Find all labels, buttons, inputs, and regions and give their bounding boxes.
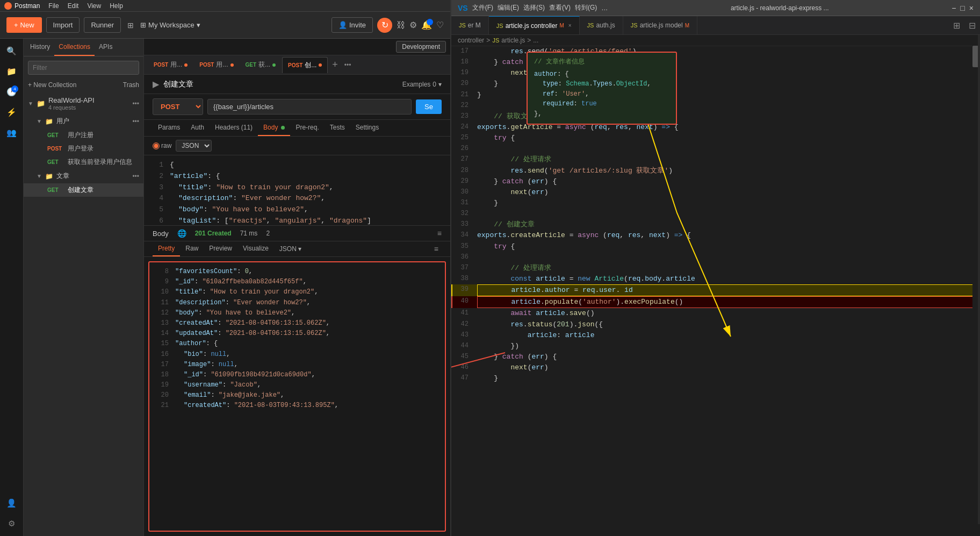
collection-more-icon[interactable]: ••• [132, 100, 139, 108]
postman-logo-text: Postman [4, 2, 40, 10]
history-icon-btn[interactable]: 🕐 4 [3, 84, 20, 100]
notification-icon[interactable]: 🔔 [421, 20, 432, 30]
vscode-tab-auth[interactable]: JS auth.js [580, 16, 623, 34]
layout-icon[interactable]: ⊟ [964, 20, 980, 31]
tab-0[interactable]: POST 用... [148, 57, 193, 73]
req-tab-headers[interactable]: Headers (11) [210, 120, 258, 136]
folder-users-label: 用户 [56, 117, 69, 126]
vscode-title-text: article.js - realworld-api-express ... [612, 4, 947, 12]
tab-close-icon[interactable]: × [568, 23, 572, 28]
minimize-icon[interactable]: − [952, 4, 956, 12]
new-collection-btn[interactable]: + New Collection [28, 81, 76, 89]
menu-view[interactable]: View [87, 2, 101, 10]
resp-tab-pretty[interactable]: Pretty [153, 241, 180, 256]
request-item[interactable]: GET 用户注册 [24, 128, 143, 142]
raw-radio[interactable]: raw [153, 142, 171, 149]
maximize-icon[interactable]: □ [960, 4, 964, 12]
url-bar: POST GET PUT DELETE Se [144, 94, 450, 120]
req-tab-body[interactable]: Body [258, 120, 290, 136]
request-item[interactable]: GET 获取当前登录用户信息 [24, 155, 143, 169]
tab-add-btn[interactable]: + [329, 59, 341, 70]
vscode-menu-more[interactable]: … [601, 4, 608, 12]
folder-articles[interactable]: ▼ 📁 文章 ••• [24, 169, 143, 183]
menu-help[interactable]: Help [110, 2, 123, 10]
tab-more-btn[interactable]: ••• [342, 61, 354, 69]
tab-3[interactable]: POST 创... [282, 57, 328, 73]
req-tab-settings[interactable]: Settings [350, 120, 384, 136]
breadcrumb-file[interactable]: article.js [501, 37, 525, 44]
resp-wrap-icon[interactable]: ≡ [431, 241, 442, 256]
resp-format-select[interactable]: JSON ▾ [274, 241, 307, 256]
folder-articles-more-icon[interactable]: ••• [132, 173, 139, 180]
body-format-select[interactable]: JSON Text XML [176, 140, 212, 152]
user-icon-btn[interactable]: 👤 [3, 495, 20, 511]
resp-tab-visualize[interactable]: Visualize [237, 241, 274, 256]
code-line-37: 37 // 处理请求 [451, 263, 980, 274]
sidebar-tab-history[interactable]: History [26, 39, 54, 56]
vscode-tab-model[interactable]: JS article.js model M [623, 16, 697, 34]
search-icon-btn[interactable]: 🔍 [3, 43, 20, 59]
vscode-menu-select[interactable]: 选择(S) [523, 3, 545, 12]
breadcrumb-controller[interactable]: controller [458, 37, 484, 44]
js-icon: JS [631, 22, 638, 28]
invite-button[interactable]: 👤 Invite [332, 17, 373, 33]
code-line-46: 46 next(err) [451, 362, 980, 373]
vscode-menu-edit[interactable]: 编辑(E) [498, 3, 519, 12]
folder-more-icon[interactable]: ••• [132, 118, 139, 125]
split-editor-icon[interactable]: ⊞ [949, 20, 964, 31]
wrap-icon[interactable]: ≡ [437, 229, 442, 238]
bottom-settings-icon[interactable]: ⚙ [5, 516, 18, 532]
vscode-menu-goto[interactable]: 转到(G) [575, 3, 597, 12]
folder-users[interactable]: ▼ 📁 用户 ••• [24, 114, 143, 128]
resp-tab-preview[interactable]: Preview [204, 241, 237, 256]
response-globe-icon[interactable]: 🌐 [177, 229, 186, 238]
req-tab-prereq[interactable]: Pre-req. [290, 120, 324, 136]
resp-tab-raw[interactable]: Raw [180, 241, 204, 256]
close-icon[interactable]: × [969, 4, 974, 12]
menu-file[interactable]: File [48, 2, 59, 10]
examples-btn[interactable]: Examples 0 ▾ [402, 81, 442, 88]
runner-button[interactable]: Runner [84, 17, 121, 33]
layout-icon[interactable]: ⊞ [127, 21, 134, 30]
vscode-tab-controller[interactable]: JS article.js controller M × [489, 16, 580, 34]
collections-icon-btn[interactable]: 📁 [3, 63, 20, 80]
breadcrumb-more: ... [533, 37, 538, 44]
filter-input[interactable] [28, 61, 139, 75]
code-line-47: 47 } [451, 373, 980, 384]
sidebar-tab-collections[interactable]: Collections [54, 39, 95, 56]
collection-realworld[interactable]: ▼ 📁 RealWorld-API 4 requests ••• [24, 93, 143, 114]
req-tab-params[interactable]: Params [153, 120, 185, 136]
tab-1[interactable]: POST 用... [194, 57, 239, 73]
sync-icon[interactable]: ↻ [377, 18, 392, 33]
vscode-tab-0[interactable]: JS er M [451, 16, 489, 34]
method-select[interactable]: POST GET PUT DELETE [153, 98, 203, 115]
code-line-35: 35 try { [451, 241, 980, 252]
request-item-active[interactable]: GET 创建文章 [24, 183, 143, 197]
vscode-scrollbar[interactable] [972, 35, 980, 524]
team-icon-btn[interactable]: 👥 [3, 125, 20, 141]
new-button[interactable]: + New [6, 17, 42, 33]
url-input[interactable] [207, 99, 412, 115]
import-button[interactable]: Import [46, 17, 80, 33]
vscode-menu-file[interactable]: 文件(F) [472, 3, 493, 12]
req-tab-auth[interactable]: Auth [185, 120, 210, 136]
environment-selector[interactable]: Development [396, 41, 446, 53]
tab-2[interactable]: GET 获... [240, 57, 282, 73]
menu-edit[interactable]: Edit [68, 2, 79, 10]
req-tab-tests[interactable]: Tests [325, 120, 350, 136]
workspace-selector[interactable]: ⊞ My Workspace ▾ [140, 21, 200, 29]
expand-icon[interactable]: ▶ [153, 79, 159, 89]
code-line-29: 29 } catch (err) { [451, 176, 980, 187]
vscode-tabs-bar: JS er M JS article.js controller M × JS … [451, 16, 980, 35]
trash-btn[interactable]: Trash [123, 81, 139, 89]
workspace-grid-icon: ⊞ [140, 21, 146, 29]
send-button[interactable]: Se [416, 99, 442, 114]
sidebar-tab-apis[interactable]: APIs [95, 39, 117, 56]
vscode-menu-view[interactable]: 查看(V) [549, 3, 571, 12]
heart-icon[interactable]: ♡ [436, 20, 444, 30]
link-icon[interactable]: ⛓ [397, 20, 405, 30]
request-item[interactable]: POST 用户登录 [24, 142, 143, 155]
code-line-27: 27 // 处理请求 [451, 154, 980, 165]
settings-icon[interactable]: ⚙ [409, 20, 417, 30]
api-icon-btn[interactable]: ⚡ [3, 104, 20, 120]
